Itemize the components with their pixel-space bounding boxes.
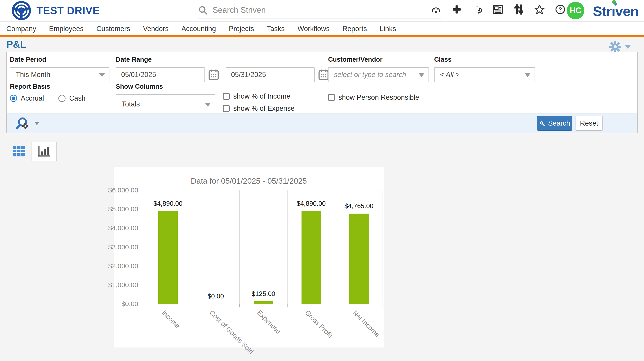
nav-reports[interactable]: Reports <box>342 25 367 33</box>
radio-cash[interactable]: Cash <box>58 94 85 102</box>
customer-vendor-label: Customer/Vendor <box>328 56 429 63</box>
gridline-h <box>144 247 383 247</box>
bar-value-label: $0.00 <box>189 293 243 300</box>
pl-bar-chart: Data for 05/01/2025 - 05/31/2025 $6,000.… <box>114 167 384 348</box>
date-range-label: Date Range <box>116 56 329 63</box>
main-nav: Company Employees Customers Vendors Acco… <box>0 22 644 37</box>
y-tick <box>140 247 144 247</box>
nav-customers[interactable]: Customers <box>96 25 130 33</box>
report-basis-label: Report Basis <box>10 83 86 90</box>
chat-icon[interactable] <box>472 4 483 15</box>
tab-table-view[interactable] <box>6 142 32 160</box>
bar-value-label: $4,890.00 <box>141 200 195 207</box>
y-tick-label: $3,000.00 <box>93 243 138 251</box>
calendar-icon[interactable] <box>318 69 329 80</box>
chart-bar <box>254 301 273 304</box>
date-from-input[interactable] <box>116 67 205 82</box>
class-label: Class <box>434 56 535 63</box>
date-to-input[interactable] <box>226 67 315 82</box>
checkbox-show-person-responsible[interactable]: show Person Responsible <box>328 93 423 102</box>
calendar-icon[interactable] <box>208 69 219 80</box>
brand[interactable]: TEST DRIVE <box>12 1 100 20</box>
gear-icon[interactable] <box>609 41 621 53</box>
reset-button[interactable]: Reset <box>576 116 602 131</box>
star-icon[interactable] <box>534 4 545 15</box>
y-tick <box>140 304 144 304</box>
y-tick <box>140 285 144 285</box>
y-tick-label: $4,000.00 <box>93 224 138 232</box>
y-tick-label: $1,000.00 <box>93 281 138 289</box>
gridline-h <box>144 228 383 228</box>
bar-value-label: $4,890.00 <box>284 200 338 207</box>
date-period-select[interactable]: This Month <box>10 67 110 82</box>
brand-name: TEST DRIVE <box>36 4 100 17</box>
y-tick-label: $6,000.00 <box>93 186 138 194</box>
y-tick-label: $5,000.00 <box>93 205 138 213</box>
class-select[interactable]: < All > <box>434 67 535 82</box>
nav-links[interactable]: Links <box>380 25 396 33</box>
y-tick-label: $0.00 <box>93 300 138 308</box>
date-period-label: Date Period <box>10 56 110 63</box>
nav-accounting[interactable]: Accounting <box>182 25 216 33</box>
sort-arrows-icon[interactable] <box>514 4 524 15</box>
app-header: TEST DRIVE ? HC Strıven <box>0 0 644 21</box>
chevron-down-icon <box>418 73 424 77</box>
plot-area: $6,000.00$5,000.00$4,000.00$3,000.00$2,0… <box>144 190 383 304</box>
x-tick <box>239 304 240 307</box>
radio-accrual[interactable]: Accrual <box>10 94 44 102</box>
nav-company[interactable]: Company <box>6 25 36 33</box>
x-tick <box>335 304 335 307</box>
x-category-label: Cost of Goods Sold <box>208 309 255 356</box>
customer-vendor-select[interactable]: select or type to search <box>328 67 429 82</box>
chevron-down-icon <box>525 73 530 77</box>
advanced-search-button[interactable] <box>16 117 40 130</box>
checkbox-show-pct-expense[interactable]: show % of Expense <box>223 104 294 112</box>
table-icon <box>12 145 26 157</box>
y-tick <box>140 209 144 209</box>
nav-tasks[interactable]: Tasks <box>267 25 284 33</box>
nav-workflows[interactable]: Workflows <box>298 25 330 33</box>
tab-chart-view[interactable] <box>32 142 57 161</box>
svg-text:?: ? <box>558 6 562 13</box>
chevron-down-icon <box>205 103 211 107</box>
page-title: P&L <box>6 39 26 50</box>
bar-value-label: $4,765.00 <box>332 202 386 210</box>
view-tabs <box>0 142 644 160</box>
y-tick <box>140 190 144 190</box>
help-icon[interactable]: ? <box>555 4 566 15</box>
nav-employees[interactable]: Employees <box>49 25 84 33</box>
steering-wheel-logo-icon <box>12 1 31 20</box>
search-icon <box>198 5 208 15</box>
search-button[interactable]: Search <box>537 116 572 131</box>
page-settings[interactable] <box>609 41 631 53</box>
gridline-h <box>144 266 383 266</box>
x-category-label: Income <box>160 309 182 330</box>
x-category-label: Net Income <box>351 309 381 339</box>
chart-title: Data for 05/01/2025 - 05/31/2025 <box>114 176 384 185</box>
search-settings-icon <box>16 117 30 130</box>
nav-projects[interactable]: Projects <box>229 25 254 33</box>
radio-dot <box>10 95 17 102</box>
bar-value-label: $125.00 <box>236 290 290 298</box>
radio-dot <box>58 95 66 102</box>
striven-logo: Strıven <box>593 3 638 19</box>
y-tick-label: $2,000.00 <box>93 262 138 270</box>
show-columns-label: Show Columns <box>116 83 215 90</box>
x-tick <box>144 304 144 307</box>
news-icon[interactable] <box>493 4 504 15</box>
avatar[interactable]: HC <box>567 2 584 19</box>
bar-chart-icon <box>38 146 50 157</box>
y-tick <box>140 266 144 266</box>
header-toolbar: ? <box>430 4 566 15</box>
nav-vendors[interactable]: Vendors <box>143 25 169 33</box>
search-input[interactable] <box>212 5 415 15</box>
filter-action-row: Search Reset <box>7 113 637 133</box>
show-columns-select[interactable]: Totals <box>116 94 215 114</box>
gridline-v <box>239 190 240 304</box>
checkbox-show-pct-income[interactable]: show % of Income <box>223 92 294 100</box>
global-search <box>198 2 441 18</box>
plus-icon[interactable] <box>451 4 462 15</box>
dashboard-gauge-icon[interactable] <box>430 4 441 15</box>
chevron-down-icon <box>34 122 40 125</box>
y-tick <box>140 228 144 228</box>
